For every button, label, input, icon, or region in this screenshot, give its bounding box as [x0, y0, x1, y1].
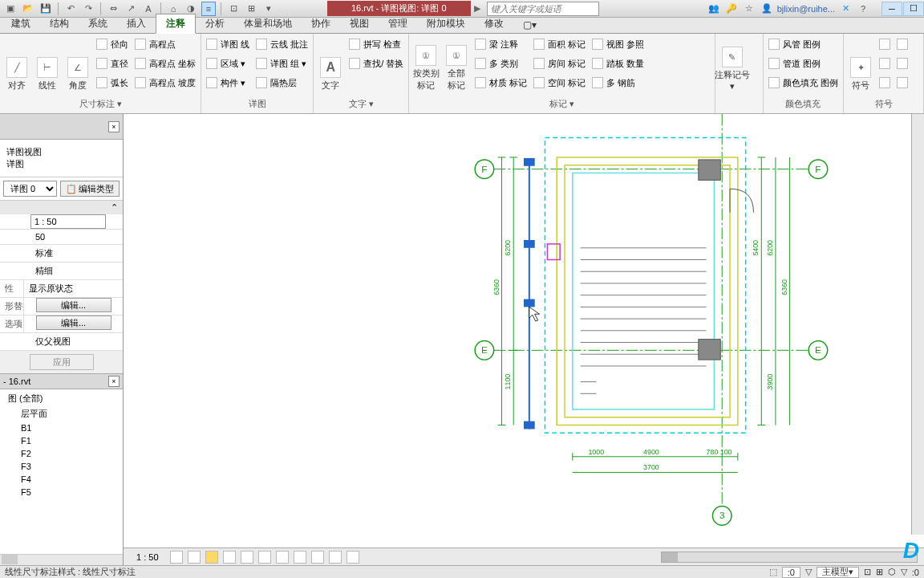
crop-icon[interactable]	[258, 551, 271, 564]
render-icon[interactable]	[241, 551, 253, 564]
region-button[interactable]: 区域 ▾	[205, 55, 251, 72]
beam-anno-button[interactable]: 梁 注释	[473, 35, 529, 53]
sun-path-icon[interactable]	[205, 551, 218, 564]
edit-button[interactable]: 编辑...	[36, 298, 111, 312]
tab-systems[interactable]: 系统	[79, 14, 117, 33]
tab-addins[interactable]: 附加模块	[417, 14, 475, 33]
tab-view[interactable]: 视图	[340, 14, 379, 33]
angular-dim-button[interactable]: ∠角度	[64, 35, 91, 92]
star-icon[interactable]: ☆	[742, 2, 756, 16]
tree-item[interactable]: F4	[2, 473, 121, 486]
multi-cat-button[interactable]: 多 类别	[473, 55, 529, 72]
text-button[interactable]: A文字	[317, 35, 344, 92]
key-icon[interactable]: 🔑	[724, 2, 739, 16]
help-icon[interactable]: ?	[856, 2, 870, 16]
thin-lines-icon[interactable]: ≡	[201, 2, 216, 16]
status-ico2[interactable]: ⊞	[876, 567, 883, 577]
sym-3[interactable]	[877, 74, 892, 92]
multi-rebar-button[interactable]: 多 钢筋	[590, 74, 646, 92]
vertical-scrollbar[interactable]	[911, 114, 924, 535]
hscroll-thumb[interactable]	[2, 555, 18, 564]
sym-4[interactable]	[895, 35, 910, 53]
user-name[interactable]: bjlixin@ruihe...	[777, 4, 835, 14]
tab-massing[interactable]: 体量和场地	[234, 14, 302, 33]
minimize-button[interactable]: ─	[881, 2, 902, 16]
tree-item[interactable]: F3	[2, 460, 121, 473]
tab-collab[interactable]: 协作	[302, 14, 340, 33]
ribbon-group-title[interactable]: 尺寸标注 ▾	[3, 96, 197, 112]
spellcheck-button[interactable]: 拼写 检查	[347, 35, 405, 53]
shadows-icon[interactable]	[223, 551, 236, 564]
switch-win-icon[interactable]: ⊞	[244, 2, 258, 16]
area-tag-button[interactable]: 面积 标记	[532, 35, 587, 53]
instance-select[interactable]: 详图 0	[3, 181, 57, 197]
tree-item[interactable]: B1	[2, 421, 121, 434]
search-input[interactable]	[487, 2, 599, 16]
tab-architecture[interactable]: 建筑	[2, 14, 40, 33]
tab-extra[interactable]: ▢▾	[513, 17, 546, 33]
select-icon[interactable]: ⬚	[769, 567, 777, 577]
space-tag-button[interactable]: 空间 标记	[532, 74, 587, 92]
edit-type-button[interactable]: 📋编辑类型	[60, 181, 120, 197]
text-icon[interactable]: A	[141, 2, 156, 16]
keynote-button[interactable]: ✎注释记号 ▾	[719, 35, 746, 92]
spot-coord-button[interactable]: 高程点 坐标	[133, 55, 197, 72]
pipe-legend-button[interactable]: 管道 图例	[767, 55, 840, 72]
detail-line-button[interactable]: 详图 线	[205, 35, 251, 53]
symbol-button[interactable]: ✦符号	[847, 35, 874, 92]
component-button[interactable]: 构件 ▾	[205, 74, 251, 92]
detail-group-button[interactable]: 详图 组 ▾	[254, 55, 310, 72]
crop-show-icon[interactable]	[276, 551, 289, 564]
spot-slope-button[interactable]: 高程点 坡度	[133, 74, 197, 92]
view-scale[interactable]: 1 : 50	[130, 552, 165, 562]
drawing-canvas[interactable]: 3 F F E E	[124, 114, 924, 547]
close-icon[interactable]: ×	[108, 121, 120, 132]
cloud-button[interactable]: 云线 批注	[254, 35, 310, 53]
radial-dim-button[interactable]: 径向	[95, 35, 130, 53]
status-ico4[interactable]: ▽	[901, 567, 907, 577]
tab-annotate[interactable]: 注释	[156, 14, 196, 34]
exchange-icon[interactable]: ✕	[838, 2, 853, 16]
visual-style-icon[interactable]	[188, 551, 201, 564]
type-selector[interactable]: 详图视图 详图	[0, 140, 123, 177]
tag-by-cat-button[interactable]: ①按类别 标记	[412, 35, 440, 92]
temp-hide-icon[interactable]	[311, 551, 324, 564]
ribbon-group-title[interactable]: 标记 ▾	[412, 96, 711, 112]
apply-button[interactable]: 应用	[30, 354, 94, 370]
tree-item[interactable]: F5	[2, 486, 121, 499]
measure-icon[interactable]: ⇔	[106, 2, 120, 16]
hscroll-track[interactable]	[661, 552, 918, 563]
ribbon-group-title[interactable]: 文字 ▾	[317, 96, 405, 112]
tab-analyze[interactable]: 分析	[196, 14, 234, 33]
tree-item[interactable]: 层平面	[2, 406, 121, 421]
tab-insert[interactable]: 插入	[117, 14, 156, 33]
title-arrow-icon[interactable]: ▶	[471, 3, 484, 14]
filter-icon[interactable]: ▽	[805, 567, 812, 577]
edit-button[interactable]: 编辑...	[36, 315, 111, 330]
save-icon[interactable]: 💾	[38, 2, 53, 16]
aligned-dim-button[interactable]: ╱对齐	[3, 35, 30, 92]
workset-field[interactable]: 主模型 ▾	[817, 567, 859, 578]
close-views-icon[interactable]: ⊡	[226, 2, 241, 16]
sym-5[interactable]	[895, 55, 910, 72]
tread-count-button[interactable]: 踏板 数量	[590, 55, 646, 72]
tree-item[interactable]: 图 (全部)	[2, 391, 121, 406]
maximize-button[interactable]: ☐	[903, 2, 924, 16]
linear-dim-button[interactable]: ⊢线性	[34, 35, 61, 92]
tree-item[interactable]: F1	[2, 434, 121, 447]
find-replace-button[interactable]: 查找/ 替换	[347, 55, 405, 72]
dim-icon[interactable]: ↗	[124, 2, 138, 16]
comm-icon[interactable]: 👥	[707, 2, 721, 16]
tag-all-button[interactable]: ①全部 标记	[443, 35, 470, 92]
qat-more-icon[interactable]: ▾	[261, 2, 276, 16]
lock-icon[interactable]	[294, 551, 306, 564]
collapse-icon[interactable]: ⌃	[111, 202, 118, 213]
view-ref-button[interactable]: 视图 参照	[590, 35, 646, 53]
arc-length-button[interactable]: 弧长	[95, 74, 130, 92]
status-ico1[interactable]: ⊡	[864, 567, 871, 577]
insulation-button[interactable]: 隔热层	[254, 74, 310, 92]
detail-level-icon[interactable]	[170, 551, 183, 564]
status-ico3[interactable]: ⬡	[888, 567, 896, 577]
tab-modify[interactable]: 修改	[475, 14, 513, 33]
sym-2[interactable]	[877, 55, 892, 72]
